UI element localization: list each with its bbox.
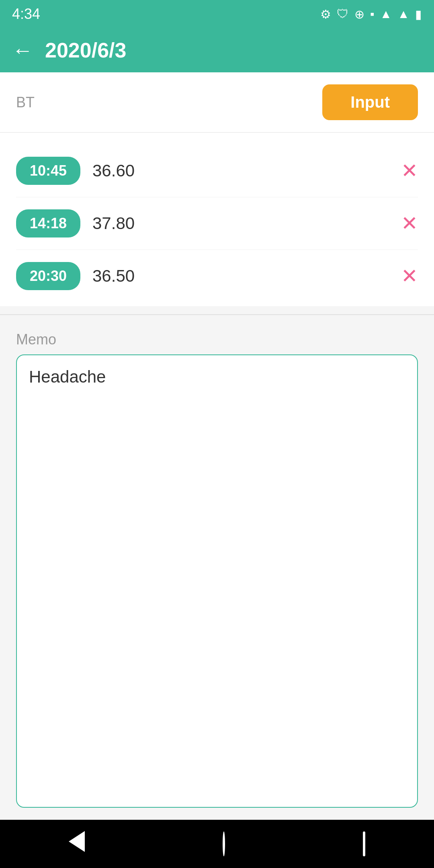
delete-button-1[interactable]: ✕ bbox=[401, 161, 418, 181]
delete-button-3[interactable]: ✕ bbox=[401, 266, 418, 286]
delete-button-2[interactable]: ✕ bbox=[401, 213, 418, 233]
wifi-icon: ▲ bbox=[380, 7, 392, 21]
sdcard-icon: ▪ bbox=[370, 7, 375, 21]
signal-icon: ▲ bbox=[397, 7, 409, 21]
bt-divider bbox=[0, 132, 434, 133]
nav-recent-icon bbox=[363, 831, 365, 856]
time-badge-2: 14:18 bbox=[16, 209, 80, 237]
memo-section: Memo Headache bbox=[0, 323, 434, 820]
section-divider bbox=[0, 314, 434, 315]
nav-recent-button[interactable] bbox=[363, 832, 365, 856]
vpn-icon: ⊕ bbox=[354, 7, 364, 21]
nav-bar bbox=[0, 820, 434, 868]
status-time: 4:34 bbox=[12, 6, 40, 23]
security-icon: 🛡 bbox=[337, 7, 349, 21]
app-bar: ← 2020/6/3 bbox=[0, 28, 434, 72]
settings-icon: ⚙ bbox=[320, 7, 331, 21]
temp-value-3: 36.50 bbox=[92, 266, 389, 286]
memo-label: Memo bbox=[16, 331, 418, 348]
entries-list: 10:45 36.60 ✕ 14:18 37.80 ✕ 20:30 36.50 … bbox=[0, 141, 434, 306]
bt-header: BT Input bbox=[16, 84, 418, 120]
bt-label: BT bbox=[16, 94, 35, 111]
table-row: 20:30 36.50 ✕ bbox=[16, 250, 418, 302]
bt-section: BT Input bbox=[0, 72, 434, 141]
temp-value-2: 37.80 bbox=[92, 214, 389, 233]
nav-back-button[interactable] bbox=[69, 831, 85, 857]
nav-back-icon bbox=[69, 831, 85, 852]
memo-textarea[interactable]: Headache bbox=[16, 354, 418, 808]
battery-icon: ▮ bbox=[415, 7, 422, 21]
status-icons: ⚙ 🛡 ⊕ ▪ ▲ ▲ ▮ bbox=[320, 7, 422, 21]
temp-value-1: 36.60 bbox=[92, 161, 389, 180]
page-title: 2020/6/3 bbox=[45, 38, 126, 62]
nav-home-icon bbox=[223, 831, 225, 856]
time-badge-1: 10:45 bbox=[16, 157, 80, 185]
status-bar: 4:34 ⚙ 🛡 ⊕ ▪ ▲ ▲ ▮ bbox=[0, 0, 434, 28]
nav-home-button[interactable] bbox=[223, 832, 225, 856]
input-button[interactable]: Input bbox=[322, 84, 418, 120]
table-row: 14:18 37.80 ✕ bbox=[16, 197, 418, 250]
main-content: BT Input 10:45 36.60 ✕ 14:18 37.80 ✕ 20:… bbox=[0, 72, 434, 820]
table-row: 10:45 36.60 ✕ bbox=[16, 145, 418, 197]
back-button[interactable]: ← bbox=[12, 40, 33, 61]
time-badge-3: 20:30 bbox=[16, 262, 80, 290]
